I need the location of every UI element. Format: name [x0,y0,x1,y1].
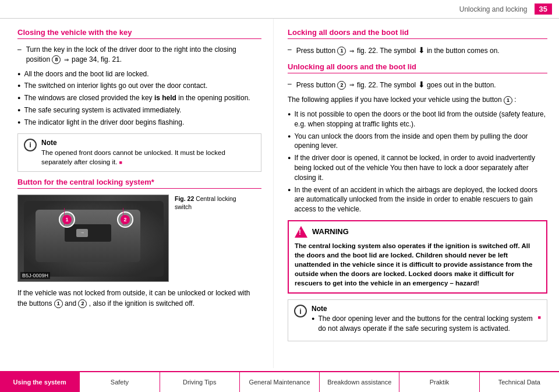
note-box-2: i Note The door opening lever and the bu… [288,299,547,341]
nav-item-driving[interactable]: Driving Tips [160,372,240,392]
nav-item-technical[interactable]: Technical Data [480,372,559,392]
bullet-2: The switched on interior lights go out o… [17,81,261,91]
note-bullet-1: The door opening lever and the buttons f… [312,314,541,334]
lock-dash: – [288,45,292,55]
fig-caption: Fig. 22 Central locking switch [175,195,239,211]
bullet-5: The indicator light in the driver door b… [17,118,261,128]
note-content-2: Note The door opening lever and the butt… [312,305,541,336]
bullet-4: The safe securing system is activated im… [17,105,261,115]
note-bullets-2: The door opening lever and the buttons f… [312,314,541,334]
lock-dash-item: – Press button 1 ⇒ fig. 22. The symbol ⬇… [288,45,547,56]
note-title-1: Note [41,139,255,147]
warning-title: WARNING [312,227,349,236]
ref-8: 8 [52,55,61,64]
section-button-heading: Button for the central locking system* [17,178,261,189]
note-box-1: i Note The opened front doors cannot be … [17,133,261,172]
unlock-btn-ref: 2 [337,81,346,90]
unlock-dash-item: – Press button 2 ⇒ fig. 22. The symbol ⬇… [288,79,547,91]
header-bar: Unlocking and locking 35 [0,0,559,19]
header-title: Unlocking and locking [459,5,528,13]
nav-item-safety[interactable]: Safety [80,372,160,392]
bullet-3: The windows are closed provided the key … [17,93,261,103]
dash-item-1: – Turn the key in the lock of the driver… [17,45,261,65]
btn-2-label: 2 [121,215,130,224]
left-column: Closing the vehicle with the key – Turn … [0,19,274,368]
right-bullets: It is not possible to open the doors or … [288,110,547,214]
btn-1-circle: 1 [59,211,75,228]
nav-item-praktik[interactable]: Praktik [399,372,479,392]
unlock-desc: Press button 2 ⇒ fig. 22. The symbol ⬇ g… [296,79,496,91]
bsj-label: B5J-0009H [20,272,50,279]
arrow-1: ⇒ [64,56,69,64]
section-unlocking-heading: Unlocking all doors and the boot lid [288,62,547,73]
if-btn-2: 2 [78,299,87,308]
note-title-2: Note [312,305,541,313]
nav-item-using[interactable]: Using the system [0,372,80,392]
right-bullet-1: It is not possible to open the doors or … [288,110,547,129]
right-column: Locking all doors and the boot lid – Pre… [274,19,559,368]
right-bullet-4: In the event of an accident in which the… [288,185,547,214]
right-bullet-3: If the driver door is opened, it cannot … [288,153,547,182]
note-content-1: Note The opened front doors cannot be un… [41,139,255,167]
right-bullet-2: You can unlock the doors from the inside… [288,132,547,151]
following-btn: 1 [504,96,512,105]
end-square-2: ■ [538,314,541,322]
unlock-symbol: ⬇ [418,80,425,89]
note-text-1: The opened front doors cannot be unlocke… [41,148,255,167]
warning-text: The central locking system also operates… [295,241,540,288]
figure-image: → 1 2 B5J-0009H [17,195,169,282]
following-text: The following applies if you have locked… [288,95,547,105]
page-wrapper: Unlocking and locking 35 Closing the veh… [0,0,559,392]
note-icon-2: i [294,305,307,317]
bottom-nav: Using the system Safety Driving Tips Gen… [0,371,559,392]
warning-box: WARNING The central locking system also … [288,220,547,294]
if-and: and [65,299,78,308]
lock-desc: Press button 1 ⇒ fig. 22. The symbol ⬇ i… [296,45,500,56]
dash-item-1-text: Turn the key in the lock of the driver d… [26,45,261,65]
btn-2-circle: 2 [117,211,133,228]
nav-item-breakdown[interactable]: Breakdown assistance [320,372,399,392]
if-btn-1: 1 [54,299,63,308]
end-square-1: ■ [119,160,122,165]
dash-symbol: – [17,45,22,55]
warning-header: WARNING [295,226,540,238]
bullet-1: All the doors and the boot lid are locke… [17,69,261,79]
if-vehicle-text: If the vehicle was not locked from outsi… [17,288,261,309]
fig-label: Fig. 22 [175,195,194,202]
lock-btn-ref: 1 [337,47,346,55]
warning-triangle-icon [295,226,307,238]
figure-area: → 1 2 B5J-0009H [17,195,261,282]
note-icon-1: i [24,139,37,151]
nav-item-maintenance[interactable]: General Maintenance [240,372,320,392]
unlock-dash: – [288,79,292,89]
lock-symbol: ⬇ [418,45,425,55]
closing-bullets: All the doors and the boot lid are locke… [17,69,261,128]
header-page: 35 [535,3,552,15]
section-locking-heading: Locking all doors and the boot lid [288,28,547,39]
main-content: Closing the vehicle with the key – Turn … [0,19,559,368]
section-closing-heading: Closing the vehicle with the key [17,28,261,39]
dash-item-1-link: page 34, fig. 21. [72,55,122,63]
